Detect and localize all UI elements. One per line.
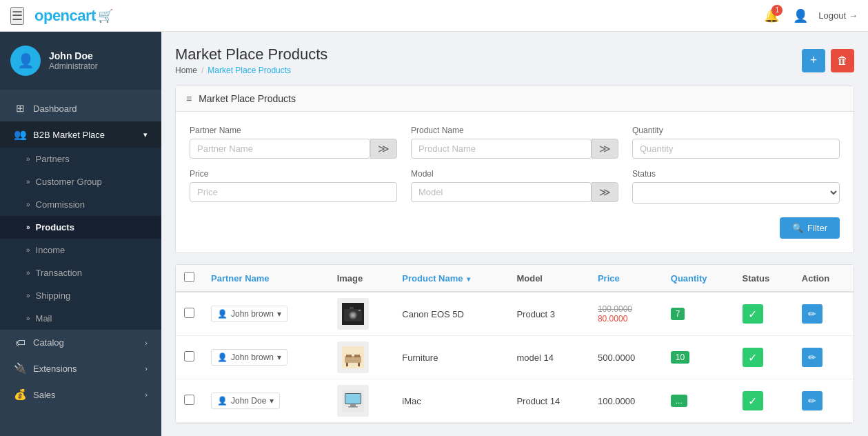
svg-rect-11: [346, 363, 348, 366]
commission-label: Commission: [36, 199, 85, 210]
sales-link[interactable]: 💰 Sales ›: [0, 382, 161, 408]
col-model-label: Model: [516, 273, 543, 284]
row1-image-cell: [329, 292, 394, 336]
sidebar-item-mail[interactable]: » Mail: [0, 307, 161, 330]
products-table: Partner Name Image Product Name ▾ Model: [176, 265, 854, 423]
row1-partner-dropdown[interactable]: 👤 John brown ▾: [211, 306, 287, 322]
col-quantity[interactable]: Quantity: [663, 265, 734, 292]
col-partner-name[interactable]: Partner Name: [203, 265, 329, 292]
price-group: Price: [190, 169, 397, 204]
user-profile-button[interactable]: 👤: [789, 5, 811, 27]
income-label: Income: [36, 245, 65, 255]
partners-link[interactable]: » Partners: [0, 148, 161, 170]
row3-checkbox[interactable]: [184, 395, 194, 405]
status-select[interactable]: Enabled Disabled: [632, 182, 840, 204]
partner-name-group: Partner Name ≫: [190, 126, 397, 159]
hamburger-button[interactable]: ☰: [10, 7, 24, 25]
row1-status-button[interactable]: ✓: [743, 304, 763, 324]
row2-image-cell: [329, 336, 394, 379]
row1-price-old: 100.0000: [598, 304, 654, 314]
income-link[interactable]: » Income: [0, 239, 161, 261]
row3-status-button[interactable]: ✓: [743, 391, 763, 410]
customer-group-link[interactable]: » Customer Group: [0, 170, 161, 193]
row1-product-name-cell: Canon EOS 5D: [394, 292, 508, 336]
sidebar-item-products[interactable]: » Products: [0, 216, 161, 239]
furniture-icon: [342, 346, 364, 368]
row2-price: 500.0000: [598, 353, 635, 363]
quantity-label: Quantity: [632, 126, 840, 135]
catalog-link[interactable]: 🏷 Catalog ›: [0, 330, 161, 355]
page-title-block: Market Place Products Home / Market Plac…: [175, 46, 327, 75]
add-button[interactable]: +: [802, 49, 825, 72]
products-label: Products: [36, 222, 74, 232]
sidebar-item-b2b[interactable]: 👥 B2B Market Place ▾ » Partners »: [0, 121, 161, 330]
row1-checkbox-cell: [176, 292, 203, 336]
extensions-label: Extensions: [33, 364, 77, 374]
breadcrumb-separator: /: [201, 66, 203, 75]
breadcrumb-home[interactable]: Home: [175, 66, 197, 75]
row3-checkbox-cell: [176, 379, 203, 423]
row1-checkbox[interactable]: [184, 308, 194, 318]
sidebar-item-commission[interactable]: » Commission: [0, 193, 161, 216]
sidebar-item-income[interactable]: » Income: [0, 239, 161, 261]
sidebar-item-transaction[interactable]: » Transaction: [0, 261, 161, 284]
partner-name-input[interactable]: [190, 139, 370, 159]
filter-card: ≡ Market Place Products Partner Name ≫ P…: [175, 86, 854, 253]
filter-button[interactable]: 🔍 Filter: [780, 217, 840, 239]
notification-badge: 1: [771, 5, 783, 16]
sidebar-item-sales[interactable]: 💰 Sales ›: [0, 382, 161, 408]
notifications-button[interactable]: 🔔 1: [760, 5, 783, 27]
transaction-dot: »: [26, 269, 30, 277]
row3-edit-button[interactable]: ✏: [802, 391, 822, 410]
products-link[interactable]: » Products: [0, 216, 161, 239]
partner-name-expand-button[interactable]: ≫: [370, 139, 397, 159]
shipping-label: Shipping: [36, 290, 71, 301]
extensions-link[interactable]: 🔌 Extensions ›: [0, 355, 161, 382]
transaction-link[interactable]: » Transaction: [0, 261, 161, 284]
sidebar-item-customer-group[interactable]: » Customer Group: [0, 170, 161, 193]
page-title: Market Place Products: [175, 46, 327, 63]
sales-label: Sales: [33, 390, 56, 400]
quantity-input[interactable]: [632, 139, 840, 159]
col-quantity-label: Quantity: [671, 273, 707, 284]
row1-model: Product 3: [516, 309, 555, 319]
row2-checkbox[interactable]: [184, 351, 194, 361]
price-input[interactable]: [190, 182, 397, 202]
dashboard-link[interactable]: ⊞ Dashboard: [0, 95, 161, 121]
table-row: 👤 John brown ▾: [176, 336, 854, 379]
shipping-link[interactable]: » Shipping: [0, 284, 161, 307]
col-price[interactable]: Price: [589, 265, 663, 292]
select-all-checkbox[interactable]: [184, 272, 194, 282]
product-name-input[interactable]: [411, 139, 592, 159]
mail-link[interactable]: » Mail: [0, 307, 161, 330]
sidebar-item-catalog[interactable]: 🏷 Catalog ›: [0, 330, 161, 355]
catalog-label: Catalog: [33, 337, 64, 348]
row2-model-cell: model 14: [508, 336, 589, 379]
model-input[interactable]: [411, 182, 592, 202]
sidebar-item-extensions[interactable]: 🔌 Extensions ›: [0, 355, 161, 382]
sales-icon: 💰: [14, 388, 26, 401]
row1-edit-button[interactable]: ✏: [802, 304, 822, 324]
b2b-link[interactable]: 👥 B2B Market Place ▾: [0, 121, 161, 148]
row2-partner-dropdown-icon: ▾: [277, 353, 281, 362]
row2-status-button[interactable]: ✓: [743, 348, 763, 367]
sidebar-item-shipping[interactable]: » Shipping: [0, 284, 161, 307]
row2-partner-dropdown[interactable]: 👤 John brown ▾: [211, 349, 287, 366]
col-product-name[interactable]: Product Name ▾: [394, 265, 508, 292]
top-nav-right: 🔔 1 👤 Logout →: [760, 5, 858, 27]
logo-text: opencart: [34, 7, 96, 25]
row2-checkbox-cell: [176, 336, 203, 379]
model-expand-button[interactable]: ≫: [592, 182, 618, 202]
commission-link[interactable]: » Commission: [0, 193, 161, 216]
mail-label: Mail: [36, 313, 52, 324]
sidebar-item-partners[interactable]: » Partners: [0, 148, 161, 170]
partner-name-input-group: ≫: [190, 139, 397, 159]
svg-rect-15: [345, 394, 361, 404]
row3-partner-dropdown[interactable]: 👤 John Doe ▾: [211, 393, 280, 409]
main-content: Market Place Products Home / Market Plac…: [161, 32, 868, 436]
product-name-expand-button[interactable]: ≫: [592, 139, 618, 159]
sidebar-item-dashboard[interactable]: ⊞ Dashboard: [0, 95, 161, 121]
delete-button[interactable]: 🗑: [831, 49, 854, 72]
logout-button[interactable]: Logout →: [818, 10, 858, 21]
row2-edit-button[interactable]: ✏: [802, 348, 822, 367]
